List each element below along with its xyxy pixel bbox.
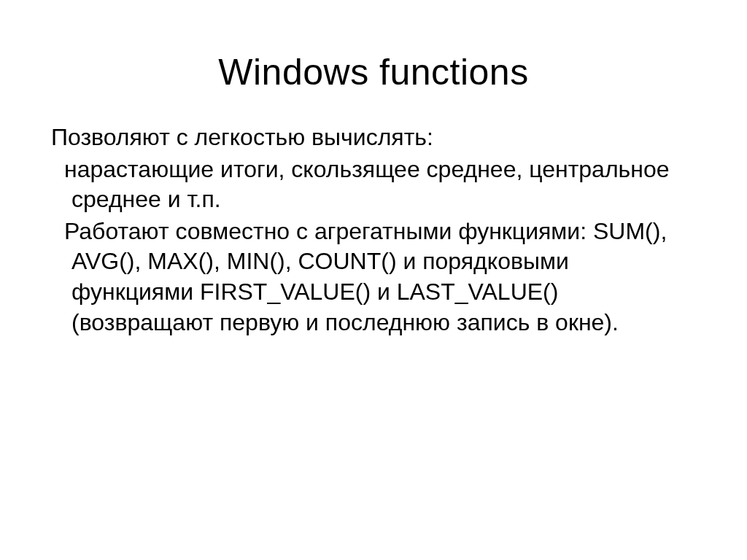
slide: Windows functions Позволяют с легкостью …	[0, 0, 747, 560]
slide-title: Windows functions	[51, 51, 696, 93]
slide-body: Позволяют с легкостью вычислять: нараста…	[51, 122, 696, 338]
paragraph-1: Позволяют с легкостью вычислять:	[51, 122, 696, 153]
paragraph-2: нарастающие итоги, скользящее среднее, ц…	[51, 155, 696, 215]
paragraph-3: Работают совместно с агрегатными функция…	[51, 217, 696, 338]
